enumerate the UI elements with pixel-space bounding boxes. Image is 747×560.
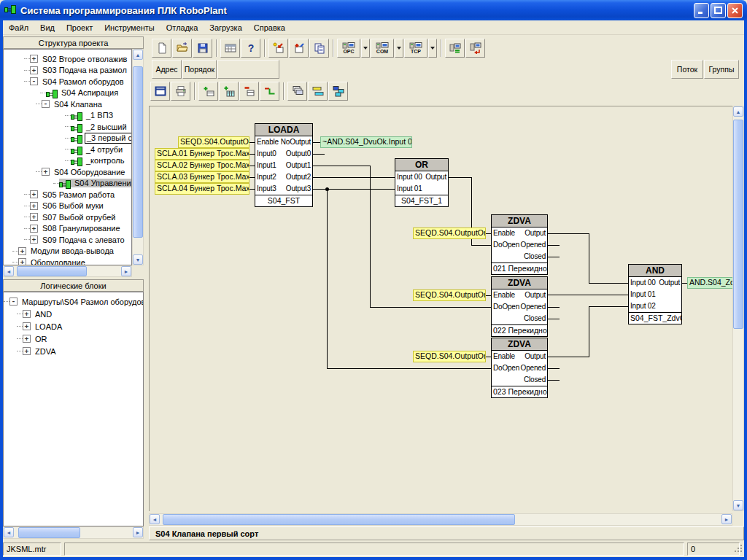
tcp-connection-button[interactable]: TCP [404,39,427,58]
signal-output-label[interactable]: ~AND.S04_DvuOk.Input 01 [320,136,412,148]
fbd-block-loada[interactable]: LOADAEnableNoOutputInput0Output0Input1Ou… [255,123,313,207]
tree-item[interactable]: +S02 Второе отволажив [4,53,131,65]
flow-mode-button[interactable]: Поток [671,60,703,79]
tree-item[interactable]: +S09 Подача с элевато [4,234,131,246]
tcp-connection-dropdown[interactable] [428,39,437,58]
tree-item[interactable]: +ZDVA [4,345,143,357]
expand-icon[interactable]: + [18,247,26,255]
compare-plc-button[interactable] [445,39,465,58]
expand-icon[interactable]: + [23,347,31,355]
scrollbar-thumb[interactable] [133,66,143,238]
tree-item[interactable]: +S06 Выбой муки [4,201,131,212]
logic-blocks-hscrollbar[interactable]: ◄► [3,526,144,539]
diagram-canvas[interactable]: LOADAEnableNoOutputInput0Output0Input1Ou… [149,106,732,511]
tree-item[interactable]: _1 ВПЗ [4,110,131,122]
scroll-up-icon[interactable]: ▲ [133,50,143,60]
tree-item[interactable]: +S08 Гранулирование [4,223,131,235]
scrollbar-thumb[interactable] [163,514,515,525]
help-button[interactable]: ? [241,39,260,58]
signal-output-label[interactable]: AND.S04_Zd [687,277,732,289]
v-blocks-button[interactable] [328,82,348,101]
signal-input-label[interactable]: SCLA.03 Бункер Трос.Max [155,171,249,183]
opc-connection-button[interactable]: OPC [337,39,360,58]
groups-mode-button[interactable]: Группы [704,60,739,79]
structure-tree-vscrollbar[interactable]: ▲▼ [132,49,144,265]
blank-mode-button[interactable] [217,60,279,79]
tree-item[interactable]: -S04 Клапана [4,98,131,110]
scroll-right-icon[interactable]: ► [133,527,143,537]
signal-input-label[interactable]: SEQD.S04.OutputOn [413,228,486,239]
expand-icon[interactable]: + [30,225,38,233]
expand-icon[interactable]: + [18,258,26,265]
signal-input-label[interactable]: SCLA.02 Бункер Трос.Max [155,160,249,171]
tree-item[interactable]: +Оборудование [4,257,131,265]
tree-item[interactable]: +LOADA [4,320,143,332]
menu-item-5[interactable]: Отладка [160,22,204,34]
scroll-right-icon[interactable]: ► [121,266,131,276]
expand-icon[interactable]: + [23,335,31,343]
signal-input-label[interactable]: SCLA.04 Бункер Трос.Max [155,183,249,195]
scroll-left-icon[interactable]: ◄ [4,266,14,276]
scroll-down-icon[interactable]: ▼ [133,254,143,265]
open-file-button[interactable] [172,39,192,58]
tree-item[interactable]: _контроль [4,155,131,167]
canvas-vscrollbar[interactable]: ▲▼ [732,106,744,511]
scrollbar-thumb[interactable] [733,120,743,329]
tree-item[interactable]: +AND [4,308,143,320]
tree-item[interactable]: -Маршруты\S04 Размол оборудов [4,295,143,308]
fbd-block-zdva[interactable]: ZDVAEnableOutputDoOpenOpenedClosed022 Пе… [491,276,548,337]
tree-item[interactable]: -S04 Размол оборудов [4,76,131,88]
scrollbar-thumb[interactable] [17,266,87,276]
edit-block-button[interactable] [289,39,309,58]
fbd-block-and[interactable]: ANDInput 00OutputInput 01Input 02S04_FST… [628,264,682,324]
new-file-button[interactable] [152,39,171,58]
scroll-up-icon[interactable]: ▲ [733,106,743,117]
project-structure-tree[interactable]: +S02 Второе отволажив+S03 Подача на разм… [3,49,132,265]
expand-icon[interactable]: + [30,190,38,198]
order-mode-button[interactable]: Порядок [182,60,217,79]
close-button[interactable] [727,3,743,18]
write-plc-button[interactable] [465,39,485,58]
remove-block-button[interactable] [239,82,259,101]
expand-icon[interactable]: + [30,202,38,210]
expand-icon[interactable]: + [30,55,38,63]
menu-item-7[interactable]: Справка [248,22,291,34]
expand-icon[interactable]: + [30,66,38,74]
signal-input-label[interactable]: SEQD.S04.OutputOn [413,351,486,362]
logic-blocks-tree[interactable]: -Маршруты\S04 Размол оборудов+AND+LOADA+… [3,292,144,526]
fbd-block-zdva[interactable]: ZDVAEnableOutputDoOpenOpenedClosed021 Пе… [491,214,548,275]
save-file-button[interactable] [193,39,212,58]
add-block-grid-button[interactable] [219,82,239,101]
expand-icon[interactable]: + [42,168,50,176]
scrollbar-thumb[interactable] [18,527,80,538]
menu-item-4[interactable]: Инструменты [98,22,160,34]
expand-icon[interactable]: + [23,310,31,318]
block-table-button[interactable] [220,39,240,58]
copy-blocks-button[interactable] [287,82,307,101]
form-window-button[interactable] [150,82,170,101]
tree-item[interactable]: S04 Управлени [4,178,131,190]
signal-input-label[interactable]: SEQD.S04.OutputOn [413,289,486,301]
resize-grip[interactable] [734,543,743,556]
com-connection-dropdown[interactable] [395,39,403,58]
com-connection-button[interactable]: COM [371,39,394,58]
signal-input-label[interactable]: SCLA.01 Бункер Трос.Max [155,148,249,160]
expand-icon[interactable]: + [23,322,31,330]
link-line-button[interactable] [260,82,279,101]
print-button[interactable] [171,82,190,101]
collapse-icon[interactable]: - [9,298,18,306]
opc-connection-dropdown[interactable] [361,39,370,58]
collapse-icon[interactable]: - [30,77,38,85]
minimize-button[interactable] [694,3,709,18]
menu-item-1[interactable]: Файл [3,22,34,34]
tree-item[interactable]: _3 первый сорт [4,133,131,144]
tree-item[interactable]: +S07 Выбой отрубей [4,211,131,223]
maximize-button[interactable] [711,3,726,18]
expand-icon[interactable]: + [30,236,38,244]
menu-item-2[interactable]: Вид [34,22,61,34]
fbd-block-zdva[interactable]: ZDVAEnableOutputDoOpenOpenedClosed023 Пе… [491,338,548,398]
fbd-block-or[interactable]: ORInput 00OutputInput 01S04_FST_1 [395,158,449,207]
tree-item[interactable]: +S05 Размол работа [4,189,131,201]
tree-item[interactable]: _2 высший [4,121,131,133]
scroll-down-icon[interactable]: ▼ [733,500,743,510]
